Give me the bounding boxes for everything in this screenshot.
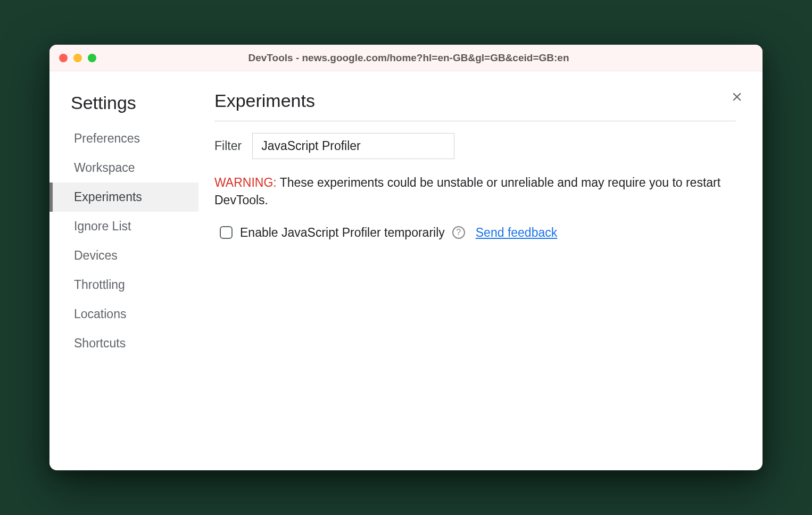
filter-row: Filter — [214, 133, 736, 159]
window-close-button[interactable] — [59, 54, 68, 62]
close-icon — [730, 90, 744, 104]
close-settings-button[interactable] — [727, 87, 747, 106]
sidebar-item-devices[interactable]: Devices — [49, 241, 198, 270]
titlebar: DevTools - news.google.com/home?hl=en-GB… — [49, 45, 763, 71]
sidebar-item-preferences[interactable]: Preferences — [49, 124, 198, 153]
experiment-row: Enable JavaScript Profiler temporarily ?… — [214, 226, 736, 240]
sidebar-title: Settings — [49, 87, 198, 124]
main-panel: Experiments Filter WARNING: These experi… — [198, 87, 763, 470]
filter-input[interactable] — [252, 133, 454, 159]
warning-text: These experiments could be unstable or u… — [214, 176, 720, 207]
experiment-label: Enable JavaScript Profiler temporarily — [240, 226, 445, 240]
sidebar-item-ignore-list[interactable]: Ignore List — [49, 212, 198, 241]
filter-label: Filter — [214, 139, 242, 153]
traffic-lights — [59, 54, 96, 62]
warning-prefix: WARNING: — [214, 176, 277, 189]
devtools-window: DevTools - news.google.com/home?hl=en-GB… — [49, 45, 763, 470]
window-maximize-button[interactable] — [88, 54, 96, 62]
window-title: DevTools - news.google.com/home?hl=en-GB… — [96, 52, 753, 64]
help-icon[interactable]: ? — [452, 226, 465, 239]
panel-title: Experiments — [214, 90, 736, 121]
content-area: Settings Preferences Workspace Experimen… — [49, 71, 763, 470]
warning-message: WARNING: These experiments could be unst… — [214, 174, 736, 210]
sidebar-item-throttling[interactable]: Throttling — [49, 270, 198, 300]
send-feedback-link[interactable]: Send feedback — [476, 226, 557, 240]
experiment-checkbox[interactable] — [220, 226, 233, 239]
window-minimize-button[interactable] — [73, 54, 82, 62]
sidebar-item-locations[interactable]: Locations — [49, 300, 198, 329]
sidebar-item-workspace[interactable]: Workspace — [49, 153, 198, 182]
settings-sidebar: Settings Preferences Workspace Experimen… — [49, 87, 198, 470]
sidebar-item-shortcuts[interactable]: Shortcuts — [49, 329, 198, 358]
sidebar-item-experiments[interactable]: Experiments — [49, 182, 198, 212]
